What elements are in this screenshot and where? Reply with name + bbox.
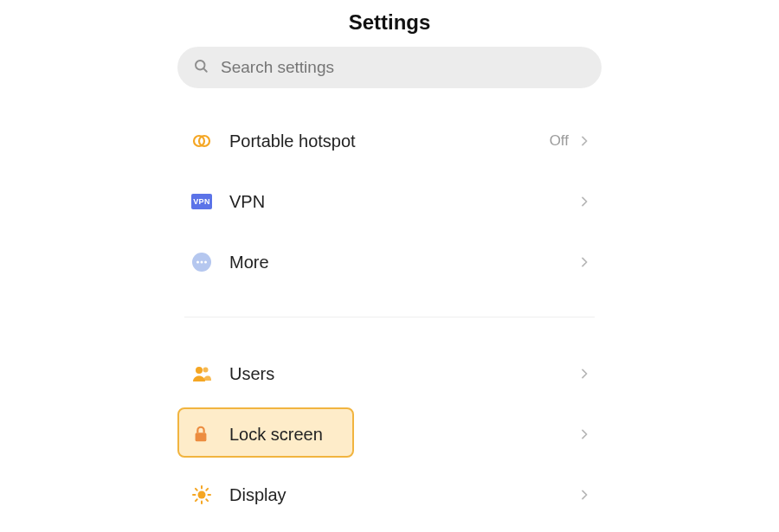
svg-point-8: [196, 367, 203, 374]
svg-point-5: [196, 261, 199, 264]
search-input[interactable]: [219, 57, 586, 78]
svg-point-9: [203, 368, 209, 373]
search-field[interactable]: [177, 47, 602, 88]
row-label: Portable hotspot: [222, 131, 550, 151]
lock-icon: [184, 425, 222, 444]
svg-line-16: [196, 489, 197, 490]
display-icon: [184, 484, 222, 505]
row-label: VPN: [222, 192, 577, 212]
chevron-right-icon: [577, 488, 595, 502]
search-icon: [193, 58, 209, 77]
row-more[interactable]: More: [177, 232, 602, 292]
row-label: More: [222, 253, 577, 272]
svg-line-1: [203, 68, 207, 72]
row-portable-hotspot[interactable]: Portable hotspot Off: [177, 111, 602, 171]
page-title: Settings: [177, 10, 602, 35]
svg-line-19: [206, 489, 208, 490]
row-display[interactable]: Display: [177, 465, 602, 525]
row-vpn[interactable]: VPN VPN: [177, 171, 602, 232]
hotspot-icon: [184, 131, 222, 151]
svg-point-11: [198, 491, 206, 499]
svg-point-6: [201, 261, 203, 264]
section-divider: [184, 317, 595, 317]
svg-line-17: [206, 499, 208, 501]
row-label: Lock screen: [222, 425, 577, 445]
svg-rect-10: [196, 433, 207, 441]
row-users[interactable]: Users: [177, 343, 602, 404]
users-icon: [184, 363, 222, 384]
row-lock-screen[interactable]: Lock screen: [177, 404, 602, 465]
row-value: Off: [550, 132, 569, 150]
vpn-icon: VPN: [184, 194, 222, 209]
row-label: Users: [222, 364, 577, 384]
chevron-right-icon: [577, 195, 595, 208]
row-label: Display: [222, 485, 577, 505]
more-icon: [184, 252, 222, 272]
svg-point-7: [204, 261, 207, 264]
chevron-right-icon: [577, 427, 595, 441]
chevron-right-icon: [577, 134, 595, 148]
chevron-right-icon: [577, 255, 595, 269]
chevron-right-icon: [577, 367, 595, 381]
svg-line-18: [196, 499, 197, 501]
